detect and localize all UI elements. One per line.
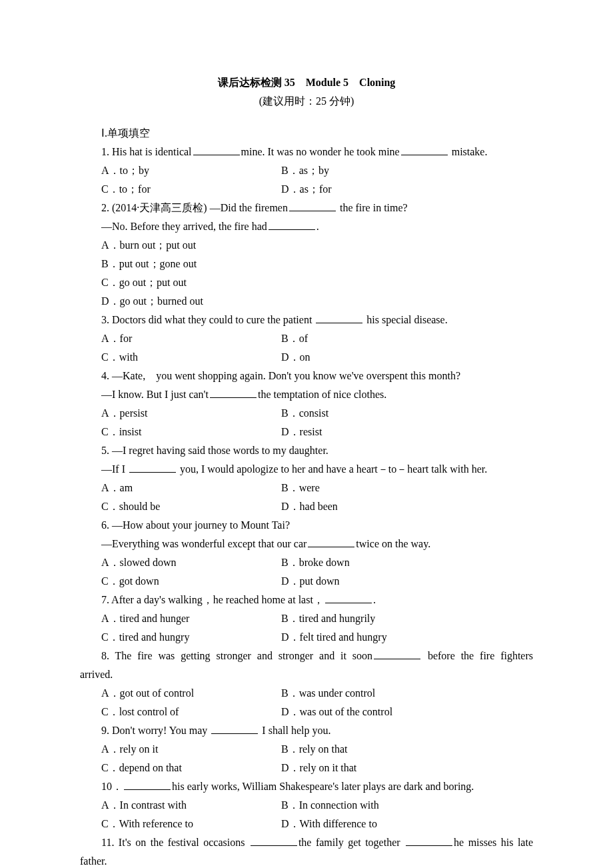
blank [269, 220, 315, 230]
q1-option-d: D．as；for [281, 180, 332, 199]
q4-option-c: C．insist [101, 423, 281, 441]
blank [289, 201, 336, 211]
blank [210, 388, 257, 398]
q7-option-a: A．tired and hunger [101, 609, 281, 628]
q5-options-row1: A．am B．were [80, 479, 533, 497]
q9-text-a: 9. Don't worry! You may [101, 725, 210, 736]
q8-text-c: arrived. [80, 669, 113, 680]
q7-option-c: C．tired and hungry [101, 628, 281, 647]
q4-text-c: the temptation of nice clothes. [258, 389, 386, 400]
q7-options-row2: C．tired and hungry D．felt tired and hung… [80, 628, 533, 647]
blank [374, 649, 420, 659]
q6-option-b: B．broke down [281, 553, 350, 572]
q1-text-b: mine. It was no wonder he took mine [241, 146, 400, 157]
q9-option-c: C．depend on that [101, 759, 281, 777]
q5-option-a: A．am [101, 479, 281, 497]
q4-options-row2: C．insist D．resist [80, 423, 533, 441]
q7-options-row1: A．tired and hunger B．tired and hungrily [80, 609, 533, 628]
q4-option-d: D．resist [281, 423, 322, 441]
q6-option-a: A．slowed down [101, 553, 281, 572]
q3-option-d: D．on [281, 348, 310, 367]
q3-text-a: 3. Doctors did what they could to cure t… [101, 314, 314, 325]
q3-text-b: his special disease. [364, 314, 447, 325]
q2-text-b: the fire in time? [337, 202, 408, 213]
q8-text-a: 8. The fire was getting stronger and str… [101, 650, 372, 661]
question-10: 10．his early works, William Shakespeare'… [80, 777, 533, 796]
q5-text-c: you, I would apologize to her and have a… [177, 463, 487, 475]
q7-text-b: . [373, 594, 376, 605]
question-6-line2: —Everything was wonderful except that ou… [80, 535, 533, 553]
q8-option-c: C．lost control of [101, 703, 281, 721]
q9-text-b: I shall help you. [259, 725, 330, 736]
q5-options-row2: C．should be D．had been [80, 497, 533, 516]
q8-text-b: before the fire fighters [422, 650, 533, 661]
q11-text-a: 11. It's on the festival occasions [101, 837, 249, 848]
q2-option-d-row: D．go out；burned out [80, 292, 533, 311]
q2-option-b-row: B．put out；gone out [80, 255, 533, 273]
question-7: 7. After a day's walking，he reached home… [80, 591, 533, 609]
q2-option-a: A．burn out；put out [101, 236, 196, 255]
q1-text-c: mistake. [449, 146, 488, 157]
q3-option-b: B．of [281, 329, 308, 348]
question-11: 11. It's on the festival occasions the f… [80, 833, 533, 868]
q10-option-d: D．With difference to [281, 815, 377, 833]
q6-options-row2: C．got down D．put down [80, 572, 533, 591]
question-2: 2. (2014·天津高三质检) —Did the firemen the fi… [80, 199, 533, 217]
q6-text-c: twice on the way. [356, 538, 430, 549]
q3-option-a: A．for [101, 329, 281, 348]
q8-option-a: A．got out of control [101, 684, 281, 703]
page-subtitle: (建议用时：25 分钟) [80, 92, 533, 111]
q8-option-b: B．was under control [281, 684, 375, 703]
q3-options-row1: A．for B．of [80, 329, 533, 348]
blank [211, 724, 258, 734]
q6-option-c: C．got down [101, 572, 281, 591]
q1-option-c: C．to；for [101, 180, 281, 199]
q10-text-b: his early works, William Shakespeare's l… [172, 781, 474, 792]
q2-option-c: C．go out；put out [101, 273, 187, 292]
blank [401, 145, 448, 155]
question-9: 9. Don't worry! You may I shall help you… [80, 721, 533, 740]
q6-options-row1: A．slowed down B．broke down [80, 553, 533, 572]
q9-options-row1: A．rely on it B．rely on that [80, 740, 533, 759]
q1-option-b: B．as；by [281, 161, 329, 180]
q6-option-d: D．put down [281, 572, 340, 591]
q4-option-b: B．consist [281, 404, 328, 423]
q11-text-c: he misses his late [454, 837, 533, 848]
blank [406, 836, 452, 846]
q1-text-a: 1. His hat is identical [101, 146, 192, 157]
question-2-line2: —No. Before they arrived, the fire had. [80, 217, 533, 236]
q9-options-row2: C．depend on that D．rely on it that [80, 759, 533, 777]
q2-option-c-row: C．go out；put out [80, 273, 533, 292]
blank [129, 463, 176, 473]
q4-options-row1: A．persist B．consist [80, 404, 533, 423]
q3-option-c: C．with [101, 348, 281, 367]
blank [325, 593, 372, 603]
q10-options-row1: A．In contrast with B．In connection with [80, 796, 533, 815]
q8-option-d: D．was out of the control [281, 703, 392, 721]
q4-option-a: A．persist [101, 404, 281, 423]
blank [308, 537, 354, 547]
question-5: 5. —I regret having said those words to … [80, 441, 533, 460]
q2-option-a-row: A．burn out；put out [80, 236, 533, 255]
q1-options-row1: A．to；by B．as；by [80, 161, 533, 180]
q2-text-a: 2. (2014·天津高三质检) —Did the firemen [101, 202, 288, 213]
q5-option-b: B．were [281, 479, 320, 497]
question-8: 8. The fire was getting stronger and str… [80, 647, 533, 684]
q7-option-b: B．tired and hungrily [281, 609, 375, 628]
q11-text-d: father. [80, 855, 107, 867]
q5-text-b: —If I [101, 463, 128, 475]
blank [193, 145, 240, 155]
q10-option-a: A．In contrast with [101, 796, 281, 815]
question-3: 3. Doctors did what they could to cure t… [80, 311, 533, 329]
q1-options-row2: C．to；for D．as；for [80, 180, 533, 199]
blank [124, 780, 171, 790]
q10-option-c: C．With reference to [101, 815, 281, 833]
q9-option-b: B．rely on that [281, 740, 348, 759]
q8-options-row2: C．lost control of D．was out of the contr… [80, 703, 533, 721]
q10-option-b: B．In connection with [281, 796, 379, 815]
question-4-line2: —I know. But I just can'tthe temptation … [80, 385, 533, 404]
q5-option-c: C．should be [101, 497, 281, 516]
question-6: 6. —How about your journey to Mount Tai? [80, 516, 533, 535]
q4-text-b: —I know. But I just can't [101, 389, 209, 400]
blank [251, 836, 297, 846]
